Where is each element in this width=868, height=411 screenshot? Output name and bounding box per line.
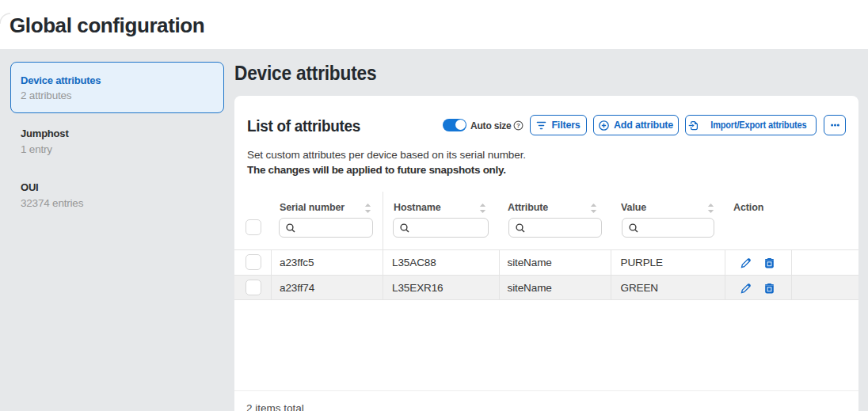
svg-text:?: ? <box>516 122 520 129</box>
